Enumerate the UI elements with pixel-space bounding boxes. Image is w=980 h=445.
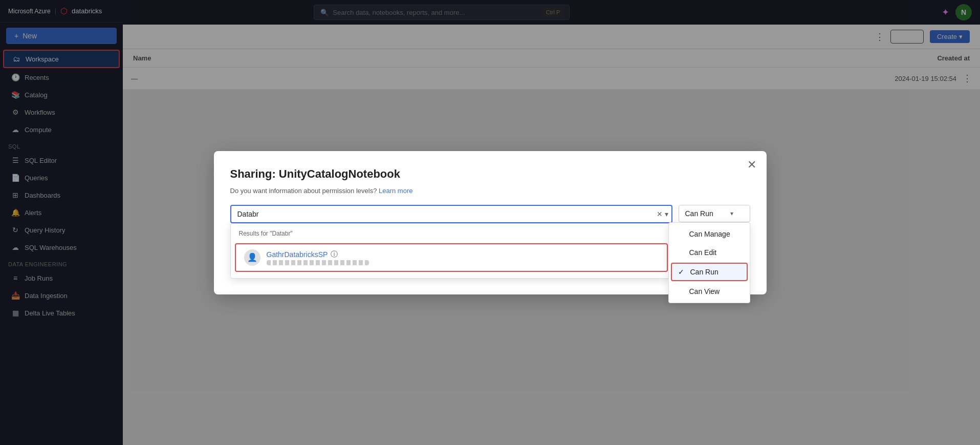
- can-view-label: Can View: [689, 287, 720, 295]
- share-input-row: ✕ ▾ Results for "Databr" 👤 GathrDatabric…: [230, 205, 750, 223]
- user-avatar-icon: 👤: [247, 252, 257, 262]
- modal-title: Sharing: UnityCatalogNotebook: [230, 167, 750, 181]
- results-label: Results for "Databr": [231, 228, 672, 241]
- input-controls[interactable]: ✕ ▾: [657, 210, 668, 218]
- user-search-wrapper: ✕ ▾ Results for "Databr" 👤 GathrDatabric…: [230, 205, 672, 223]
- permission-selected-label: Can Run: [685, 209, 713, 218]
- permission-option-can-run[interactable]: ✓ Can Run: [671, 263, 748, 281]
- can-edit-label: Can Edit: [689, 248, 717, 257]
- search-result-item[interactable]: 👤 GathrDatabricksSP ⓘ: [235, 243, 668, 272]
- permission-option-can-view[interactable]: Can View: [669, 282, 750, 301]
- permission-menu: Can Manage Can Edit ✓ Can Run Can View: [668, 222, 750, 303]
- permission-option-can-edit[interactable]: Can Edit: [669, 243, 750, 262]
- user-search-input[interactable]: [230, 205, 672, 223]
- permission-select[interactable]: Can Run ▾: [679, 205, 750, 222]
- sharing-modal: Sharing: UnityCatalogNotebook Do you wan…: [214, 151, 767, 294]
- result-name: GathrDatabricksSP ⓘ: [267, 250, 369, 259]
- modal-subtitle: Do you want information about permission…: [230, 187, 750, 195]
- clear-icon[interactable]: ✕: [657, 210, 663, 218]
- checkmark-icon: ✓: [678, 268, 686, 276]
- can-manage-label: Can Manage: [689, 230, 730, 238]
- search-results-dropdown: Results for "Databr" 👤 GathrDatabricksSP…: [230, 223, 672, 279]
- permission-chevron-icon: ▾: [730, 210, 733, 217]
- can-run-label: Can Run: [690, 268, 718, 276]
- modal-close-button[interactable]: ✕: [747, 159, 756, 171]
- permission-dropdown-wrapper: Can Run ▾ Can Manage Can Edit ✓: [679, 205, 750, 222]
- modal-overlay: Sharing: UnityCatalogNotebook Do you wan…: [0, 0, 980, 445]
- dropdown-arrow-icon[interactable]: ▾: [665, 210, 668, 218]
- learn-more-link[interactable]: Learn more: [379, 187, 412, 195]
- permission-option-can-manage[interactable]: Can Manage: [669, 225, 750, 243]
- result-info: GathrDatabricksSP ⓘ: [267, 250, 369, 265]
- info-icon: ⓘ: [331, 250, 338, 259]
- result-avatar: 👤: [244, 249, 260, 266]
- result-id-bar: [267, 260, 369, 265]
